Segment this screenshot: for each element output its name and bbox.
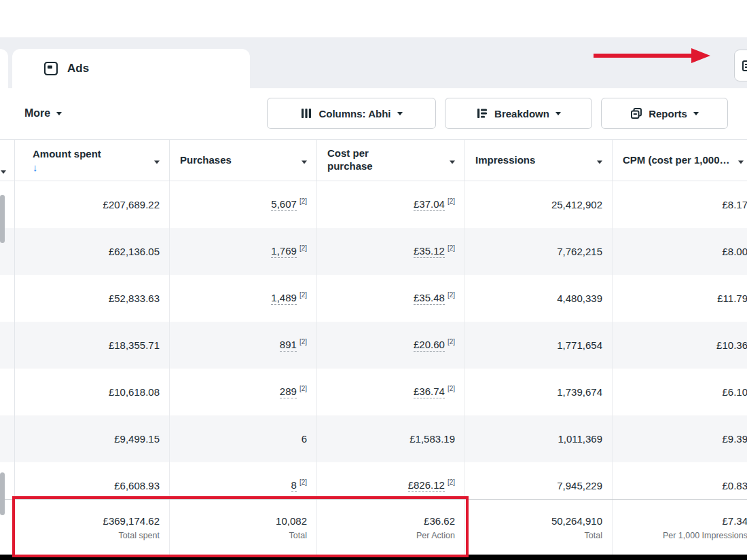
cell-cost-per-purchase: £37.04[2] [317, 181, 465, 228]
footnote-marker: [2] [448, 244, 455, 252]
footnote-marker: [2] [448, 338, 455, 346]
cell-cost-per-purchase: £20.60[2] [317, 322, 465, 369]
cell-purchases: 5,607[2] [170, 181, 317, 228]
table-row: £62,136.05 1,769[2] £35.12[2] 7,762,215 … [0, 228, 747, 275]
footnote-marker: [2] [299, 385, 307, 392]
row-gutter [0, 415, 15, 462]
totals-cpp-cell: £36.62 Per Action [317, 500, 465, 555]
totals-amount-sublabel: Total spent [119, 531, 160, 540]
footnote-marker: [2] [299, 291, 307, 299]
reports-button[interactable]: Reports [601, 98, 728, 129]
more-button-label: More [24, 107, 50, 119]
table-rows: £207,689.22 5,607[2] £37.04[2] 25,412,90… [0, 181, 747, 509]
select-all-chevron-icon[interactable] [1, 164, 6, 176]
chevron-down-icon [56, 112, 62, 115]
bottom-black-bar [0, 555, 747, 560]
footnote-marker: [2] [299, 479, 307, 486]
table-row: £10,618.08 289[2] £36.74[2] 1,739,674 £6… [0, 369, 747, 415]
cell-impressions: 1,771,654 [465, 322, 613, 369]
table-row: £207,689.22 5,607[2] £37.04[2] 25,412,90… [0, 181, 747, 228]
cell-purchases: 6 [170, 415, 317, 462]
cell-cpm: £10.36 [613, 322, 747, 369]
cell-impressions: 25,412,902 [465, 181, 613, 228]
breakdown-icon [476, 107, 488, 119]
cell-cpm: £11.79 [613, 275, 747, 322]
footnote-marker: [2] [299, 338, 307, 346]
clipboard-icon [741, 60, 747, 72]
row-gutter [0, 369, 15, 415]
chevron-down-icon[interactable] [597, 155, 602, 166]
cell-amount-spent: £18,355.71 [15, 322, 170, 369]
cell-amount-spent: £9,499.15 [15, 415, 170, 462]
chevron-down-icon [555, 112, 561, 115]
columns-button[interactable]: Columns: Abhi [267, 98, 436, 129]
cell-amount-spent: £52,833.63 [15, 275, 170, 322]
totals-purchases-value: 10,082 [276, 515, 307, 527]
totals-amount-value: £369,174.62 [103, 515, 160, 527]
table-row: £18,355.71 891[2] £20.60[2] 1,771,654 £1… [0, 322, 747, 369]
reports-icon [630, 107, 642, 119]
ads-tab-icon [43, 61, 58, 76]
cell-amount-spent: £62,136.05 [15, 228, 170, 275]
cell-purchases: 289[2] [170, 369, 317, 415]
columns-button-label: Columns: Abhi [318, 108, 390, 119]
cell-amount-spent: £10,618.08 [15, 369, 170, 415]
footnote-marker: [2] [448, 198, 455, 205]
reports-button-label: Reports [649, 108, 687, 119]
totals-cpm-sublabel: Per 1,000 Impressions [663, 531, 747, 540]
totals-cpp-value: £36.62 [424, 515, 455, 527]
totals-impressions-cell: 50,264,910 Total [465, 500, 613, 555]
breakdown-button[interactable]: Breakdown [445, 98, 592, 129]
header-purchases-label: Purchases [170, 154, 232, 167]
breakdown-button-label: Breakdown [494, 108, 549, 119]
table-row: £9,499.15 6 £1,583.19 1,011,369 £9.39 [0, 415, 747, 462]
cell-cpm: £8.00 [613, 228, 747, 275]
chevron-down-icon [397, 112, 403, 115]
cell-impressions: 1,739,674 [465, 369, 613, 415]
totals-impressions-value: 50,264,910 [551, 515, 602, 527]
cell-purchases: 891[2] [170, 322, 317, 369]
header-cpm[interactable]: CPM (cost per 1,000… [613, 140, 747, 181]
more-button[interactable]: More [20, 100, 66, 127]
cell-cpm: £9.39 [613, 415, 747, 462]
left-scrollbar-fragment[interactable] [0, 472, 5, 515]
totals-amount-cell: £369,174.62 Total spent [15, 500, 170, 555]
totals-impressions-sublabel: Total [585, 531, 602, 540]
cell-impressions: 4,480,339 [465, 275, 613, 322]
chevron-down-icon[interactable] [154, 155, 160, 166]
chevron-down-icon [693, 112, 699, 115]
header-cpm-label: CPM (cost per 1,000… [613, 154, 730, 167]
top-right-cut-button[interactable] [734, 50, 747, 81]
table-row: £52,833.63 1,489[2] £35.48[2] 4,480,339 … [0, 275, 747, 322]
totals-purchases-cell: 10,082 Total [170, 500, 317, 555]
footnote-marker: [2] [299, 244, 307, 252]
footnote-marker: [2] [299, 198, 307, 205]
totals-cpp-sublabel: Per Action [416, 531, 455, 540]
row-gutter [0, 275, 15, 322]
header-impressions[interactable]: Impressions [465, 140, 613, 181]
cell-cpm: £6.10 [613, 369, 747, 415]
header-gutter[interactable] [0, 140, 15, 181]
chevron-down-icon[interactable] [302, 155, 307, 166]
footnote-marker: [2] [448, 385, 455, 392]
totals-cpm-value: £7.34 [722, 515, 747, 527]
left-scrollbar-fragment[interactable] [0, 195, 5, 243]
table-header-row: Amount spent ↓ Purchases Cost per purcha… [0, 139, 747, 181]
tab-ads[interactable]: Ads [12, 49, 250, 88]
cell-amount-spent: £207,689.22 [15, 181, 170, 228]
tab-ads-label: Ads [67, 62, 89, 75]
chevron-down-icon[interactable] [450, 155, 455, 166]
row-gutter [0, 322, 15, 369]
header-cost-per-purchase[interactable]: Cost per purchase [317, 140, 465, 181]
cell-purchases: 1,769[2] [170, 228, 317, 275]
sort-desc-icon[interactable]: ↓ [33, 162, 38, 172]
header-amount-spent[interactable]: Amount spent ↓ [15, 140, 170, 181]
header-cost-per-purchase-label: Cost per purchase [317, 147, 405, 173]
chevron-down-icon[interactable] [738, 155, 744, 166]
cell-purchases: 1,489[2] [170, 275, 317, 322]
header-amount-spent-label: Amount spent [33, 148, 101, 161]
adjacent-tab-fragment[interactable] [0, 49, 8, 88]
header-purchases[interactable]: Purchases [170, 140, 317, 181]
footnote-marker: [2] [448, 291, 455, 299]
columns-icon [300, 107, 312, 119]
